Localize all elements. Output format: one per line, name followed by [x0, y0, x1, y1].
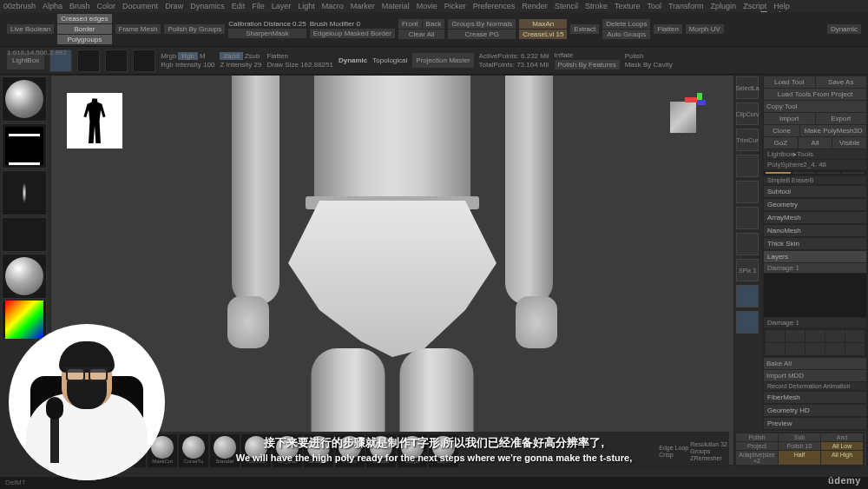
polish-by-groups-button[interactable]: Polish By Groups: [164, 24, 225, 34]
max-angle-button[interactable]: MaxAn: [519, 19, 567, 29]
groups-by-normals-button[interactable]: Groups By Normals: [448, 19, 516, 29]
lightbox-tools-link[interactable]: Lightbox▸Tools: [764, 149, 866, 159]
layers-section[interactable]: Layers: [764, 251, 866, 262]
menu-item[interactable]: Dynamics: [190, 2, 225, 10]
sub-opt[interactable]: Sub: [779, 433, 820, 441]
preview-section[interactable]: Preview: [764, 418, 866, 429]
zremesher-label[interactable]: ZRemesher: [690, 455, 727, 461]
edge-loop-label[interactable]: Edge Loop: [659, 445, 688, 451]
back-button[interactable]: Back: [423, 19, 445, 29]
copy-tool-button[interactable]: Copy Tool: [764, 101, 866, 112]
layer-control-icon[interactable]: [766, 330, 785, 342]
tool-preview-grid[interactable]: [764, 170, 866, 175]
resolution-label[interactable]: Resolution 32: [690, 441, 727, 447]
groups-label[interactable]: Groups: [690, 448, 727, 454]
fibermesh-section[interactable]: FiberMesh: [764, 392, 866, 403]
clone-button[interactable]: Clone: [764, 125, 799, 136]
trim-curve-button[interactable]: TrimCur: [736, 129, 759, 151]
tool-thumb[interactable]: [766, 172, 791, 174]
layer-control-icon[interactable]: [786, 330, 805, 342]
draw-mode-icon[interactable]: [77, 50, 100, 72]
stroke-selector[interactable]: [2, 123, 47, 169]
menu-item[interactable]: Color: [97, 2, 116, 10]
polygroups-button[interactable]: Polygroups: [57, 35, 111, 44]
layer-control-icon[interactable]: [845, 330, 865, 342]
clear-all-button[interactable]: Clear All: [398, 30, 444, 39]
layer-control-icon[interactable]: [825, 330, 845, 342]
dynamic-toggle[interactable]: Dynamic: [339, 56, 367, 64]
menu-item[interactable]: Material: [382, 2, 410, 10]
sharpen-mask-button[interactable]: SharpenMask: [228, 29, 306, 38]
morph-uv-button[interactable]: Morph UV: [686, 24, 724, 34]
menu-item[interactable]: Render: [522, 2, 548, 10]
zsub-label[interactable]: Zsub: [245, 52, 260, 60]
material-selector[interactable]: [2, 254, 47, 299]
menu-item[interactable]: Stencil: [555, 2, 578, 10]
export-button[interactable]: Export: [816, 113, 867, 124]
flatten-button[interactable]: Flatten: [654, 24, 681, 34]
layer-damage1b[interactable]: Damage 1: [764, 318, 866, 327]
rgb-button[interactable]: Rgb: [178, 52, 198, 60]
load-tool-button[interactable]: Load Tool: [764, 76, 815, 88]
color-picker[interactable]: [2, 301, 47, 339]
tool-thumb[interactable]: [817, 172, 840, 174]
projection-master-button[interactable]: Projection Master: [412, 53, 473, 68]
layer-control-icon[interactable]: [806, 343, 825, 355]
mrgb-label[interactable]: Mrgb: [161, 52, 176, 60]
menu-item[interactable]: Movie: [417, 2, 437, 10]
auto-groups-button[interactable]: Auto Groups: [602, 30, 650, 39]
bake-all-button[interactable]: Bake All: [764, 358, 866, 369]
creased-edges-button[interactable]: Creased edges: [57, 14, 111, 23]
border-button[interactable]: Border: [57, 24, 111, 34]
spix-button[interactable]: SPix 3: [736, 259, 759, 281]
menu-item[interactable]: Document: [122, 2, 158, 10]
mini-button[interactable]: [736, 207, 759, 229]
layer-control-icon[interactable]: [806, 330, 825, 342]
save-as-button[interactable]: Save As: [816, 76, 867, 88]
geometryhd-section[interactable]: Geometry HD: [764, 405, 866, 416]
goz-button[interactable]: GoZ: [764, 137, 798, 149]
brush-selector[interactable]: [2, 76, 47, 122]
mini-button[interactable]: [736, 311, 759, 334]
geometry-section[interactable]: Geometry: [764, 199, 866, 210]
alpha-selector[interactable]: [2, 170, 47, 215]
menu-item[interactable]: Stroke: [585, 2, 608, 10]
tool-thumb[interactable]: [792, 172, 816, 174]
move-mode-icon[interactable]: [105, 50, 128, 72]
zadd-button[interactable]: Zadd: [220, 52, 242, 60]
crisp-label[interactable]: Crisp: [659, 452, 688, 458]
m-label[interactable]: M: [200, 52, 206, 60]
menu-item[interactable]: Layer: [272, 2, 292, 10]
silhouette-thumbnail[interactable]: [67, 93, 122, 149]
brush-modifier-label[interactable]: Brush Modifier 0: [310, 20, 395, 28]
menu-item[interactable]: Brush: [69, 2, 90, 10]
half-opt[interactable]: Half: [779, 451, 820, 465]
select-lasso-button[interactable]: SelectLa: [736, 76, 759, 99]
clip-curve-button[interactable]: ClipCurv: [736, 102, 759, 125]
delmt-label[interactable]: DelMT: [5, 479, 26, 487]
project-opt[interactable]: Project: [736, 442, 778, 450]
brush-item[interactable]: CurveTu: [179, 434, 208, 467]
subtool-section[interactable]: Subtool: [764, 186, 866, 197]
topological-label[interactable]: Topological: [372, 56, 407, 64]
goz-visible-button[interactable]: Visible: [832, 137, 866, 149]
mini-button[interactable]: [736, 155, 759, 177]
crease-level-button[interactable]: CreaseLvl 15: [519, 30, 567, 39]
mini-button[interactable]: [736, 285, 759, 307]
delete-loops-button[interactable]: Delete Loops: [602, 19, 650, 29]
layer-control-icon[interactable]: [786, 343, 805, 355]
menu-item[interactable]: Picker: [444, 2, 466, 10]
record-deform-label[interactable]: Record Deformation Animation: [764, 382, 866, 390]
import-button[interactable]: Import: [764, 113, 815, 124]
scale-mode-icon[interactable]: [133, 50, 155, 72]
layer-control-icon[interactable]: [845, 343, 865, 355]
all-high-opt[interactable]: All High: [821, 451, 863, 465]
front-button[interactable]: Front: [398, 19, 422, 29]
menu-item[interactable]: Transform: [668, 2, 704, 10]
extract-button[interactable]: Extract: [570, 24, 599, 34]
mask-by-cavity-label[interactable]: Mask By Cavity: [625, 61, 673, 69]
and-opt[interactable]: And: [821, 433, 863, 441]
thickskin-section[interactable]: Thick Skin: [764, 238, 866, 249]
menu-item[interactable]: Preferences: [473, 2, 516, 10]
polish-by-features-button[interactable]: Polish By Features: [555, 60, 620, 69]
